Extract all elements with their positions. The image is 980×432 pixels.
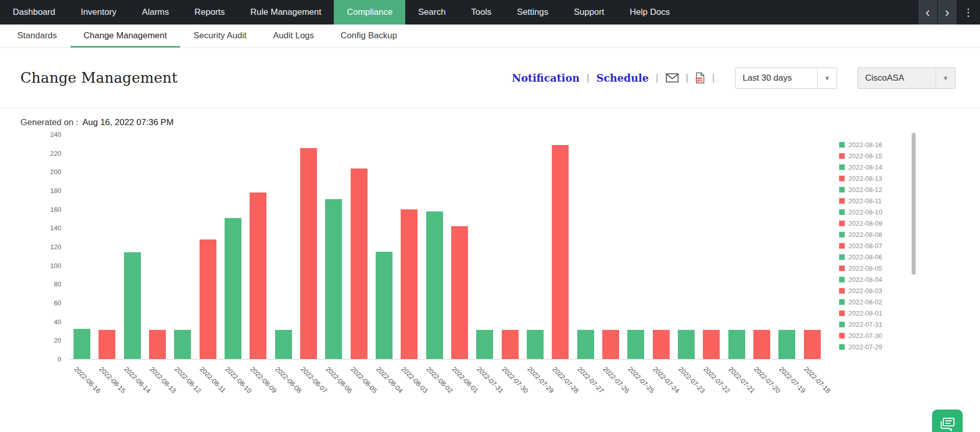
- tab-security-audit[interactable]: Security Audit: [180, 25, 260, 47]
- bar-2022-07-23[interactable]: [678, 330, 695, 359]
- legend-item[interactable]: 2022-08-04: [839, 274, 883, 285]
- envelope-icon: [666, 73, 679, 83]
- bar-2022-08-03[interactable]: [401, 209, 418, 359]
- bar-2022-08-09[interactable]: [250, 193, 266, 359]
- separator: |: [656, 73, 658, 83]
- legend-item[interactable]: 2022-07-31: [839, 319, 883, 330]
- tab-config-backup[interactable]: Config Backup: [327, 25, 410, 47]
- schedule-link[interactable]: Schedule: [596, 72, 649, 84]
- chevron-down-icon[interactable]: ▾: [936, 68, 955, 88]
- nav-item-rule-management[interactable]: Rule Management: [238, 0, 334, 25]
- bar-2022-07-25[interactable]: [627, 330, 644, 359]
- y-tick-label: 240: [50, 131, 61, 138]
- legend-swatch: [839, 153, 845, 159]
- legend-item[interactable]: 2022-07-29: [839, 341, 883, 352]
- legend-item[interactable]: 2022-08-03: [839, 285, 883, 296]
- legend-item[interactable]: 2022-08-06: [839, 251, 883, 262]
- bar-2022-07-19[interactable]: [778, 330, 795, 359]
- legend-item[interactable]: 2022-08-08: [839, 229, 883, 240]
- legend-label: 2022-08-13: [848, 175, 883, 182]
- x-tick-label: 2022-07-18: [803, 365, 832, 395]
- page-title: Change Management: [20, 69, 178, 86]
- nav-item-settings[interactable]: Settings: [504, 0, 561, 25]
- bar-2022-08-01[interactable]: [451, 226, 468, 359]
- bar-2022-07-24[interactable]: [653, 330, 670, 359]
- generated-on: Generated on :Aug 16, 2022 07:36 PM: [20, 117, 980, 129]
- legend-swatch: [839, 288, 845, 294]
- nav-item-help-docs[interactable]: Help Docs: [617, 0, 682, 25]
- bar-2022-07-31[interactable]: [476, 330, 493, 359]
- legend-item[interactable]: 2022-08-15: [839, 150, 883, 161]
- legend-item[interactable]: 2022-08-10: [839, 206, 883, 218]
- bar-2022-08-15[interactable]: [99, 330, 115, 359]
- export-pdf-button[interactable]: PDF: [695, 72, 705, 84]
- legend-item[interactable]: 2022-08-02: [839, 296, 883, 307]
- bar-2022-07-22[interactable]: [703, 330, 720, 359]
- legend-item[interactable]: 2022-08-11: [839, 195, 883, 206]
- bar-2022-08-07[interactable]: [300, 148, 317, 359]
- nav-scroll-left-button[interactable]: ‹: [918, 0, 937, 25]
- bar-2022-07-21[interactable]: [728, 330, 745, 359]
- legend-item[interactable]: 2022-08-16: [839, 139, 883, 150]
- bar-2022-07-30[interactable]: [502, 330, 519, 359]
- device-value: CiscoASA: [865, 73, 904, 83]
- chevron-left-icon: ‹: [925, 5, 930, 20]
- sub-tab-bar: StandardsChange ManagementSecurity Audit…: [0, 25, 980, 48]
- bar-2022-07-20[interactable]: [753, 330, 770, 359]
- nav-item-reports[interactable]: Reports: [182, 0, 238, 25]
- x-tick-label: 2022-07-26: [601, 365, 631, 395]
- bar-2022-08-16[interactable]: [74, 329, 90, 359]
- legend-item[interactable]: 2022-08-09: [839, 218, 883, 229]
- bar-2022-08-14[interactable]: [124, 252, 141, 359]
- email-report-button[interactable]: [666, 73, 679, 83]
- time-range-dropdown[interactable]: Last 30 days ▾: [735, 67, 837, 89]
- nav-item-inventory[interactable]: Inventory: [68, 0, 129, 25]
- legend-item[interactable]: 2022-08-05: [839, 262, 883, 274]
- bar-2022-08-11[interactable]: [200, 239, 216, 359]
- scrollbar-thumb[interactable]: [912, 133, 916, 275]
- bar-slot: [120, 135, 145, 359]
- y-tick-label: 0: [58, 355, 61, 363]
- bar-2022-08-13[interactable]: [149, 330, 166, 359]
- support-chat-button[interactable]: [932, 410, 963, 432]
- legend-item[interactable]: 2022-08-07: [839, 240, 883, 251]
- bar-2022-08-10[interactable]: [225, 218, 241, 359]
- notification-link[interactable]: Notification: [512, 72, 580, 84]
- legend-item[interactable]: 2022-08-12: [839, 184, 883, 195]
- bar-slot: [498, 135, 523, 359]
- x-tick-label: 2022-08-14: [123, 365, 153, 395]
- legend-swatch: [839, 176, 845, 181]
- bar-2022-08-05[interactable]: [351, 169, 368, 359]
- nav-item-search[interactable]: Search: [405, 0, 458, 25]
- legend-label: 2022-07-31: [848, 321, 883, 328]
- chevron-down-icon[interactable]: ▾: [817, 68, 837, 88]
- legend-item[interactable]: 2022-08-14: [839, 161, 883, 173]
- bar-2022-08-06[interactable]: [325, 199, 342, 359]
- bar-2022-08-04[interactable]: [376, 252, 393, 359]
- tab-change-management[interactable]: Change Management: [70, 25, 181, 47]
- nav-scroll-right-button[interactable]: ›: [937, 0, 957, 25]
- bar-2022-08-12[interactable]: [174, 330, 191, 359]
- bar-2022-07-27[interactable]: [577, 330, 594, 359]
- bar-2022-07-28[interactable]: [552, 145, 569, 359]
- legend-item[interactable]: 2022-07-30: [839, 330, 883, 341]
- overflow-menu-button[interactable]: ⋮: [957, 0, 980, 25]
- bar-2022-07-29[interactable]: [527, 330, 544, 359]
- time-range-value: Last 30 days: [743, 73, 792, 83]
- tab-audit-logs[interactable]: Audit Logs: [260, 25, 327, 47]
- bar-2022-07-18[interactable]: [804, 330, 821, 359]
- legend-item[interactable]: 2022-08-01: [839, 307, 883, 319]
- bar-slot: [271, 135, 296, 359]
- bar-2022-08-08[interactable]: [275, 330, 292, 359]
- nav-item-dashboard[interactable]: Dashboard: [0, 0, 68, 25]
- legend-item[interactable]: 2022-08-13: [839, 173, 883, 184]
- tab-standards[interactable]: Standards: [4, 25, 70, 47]
- nav-item-support[interactable]: Support: [561, 0, 617, 25]
- y-tick-label: 40: [54, 318, 61, 326]
- nav-item-tools[interactable]: Tools: [458, 0, 504, 25]
- nav-item-alarms[interactable]: Alarms: [129, 0, 182, 25]
- bar-2022-08-02[interactable]: [426, 211, 443, 359]
- nav-item-compliance[interactable]: Compliance: [334, 0, 405, 25]
- device-dropdown[interactable]: CiscoASA ▾: [857, 67, 955, 89]
- bar-2022-07-26[interactable]: [602, 330, 619, 359]
